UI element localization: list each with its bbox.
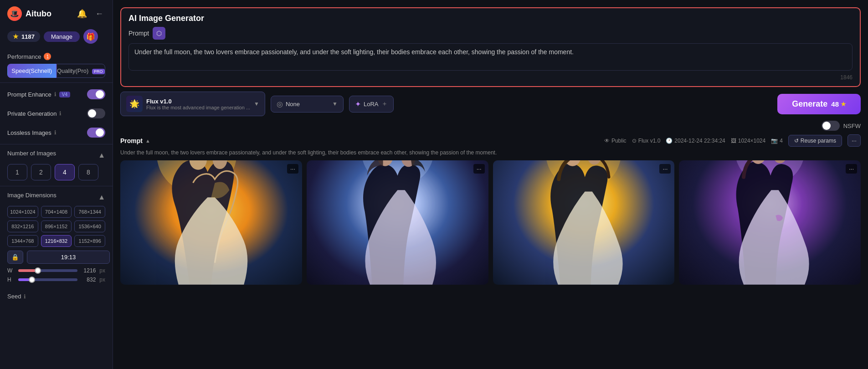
generated-image-4[interactable]: ··· (679, 160, 861, 285)
result-meta: 👁 Public ⊙ Flux v1.0 🕐 2024-12-24 22:34:… (604, 134, 861, 147)
notification-button[interactable]: 🔔 (75, 7, 89, 20)
nsfw-toggle[interactable] (822, 121, 840, 131)
dim-768x1344[interactable]: 768×1344 (74, 206, 105, 218)
num-4-button[interactable]: 4 (55, 164, 75, 180)
generated-image-2[interactable]: ··· (307, 160, 488, 285)
lossless-images-label: Lossless Images ℹ (7, 129, 56, 136)
img-dimensions-label: Image Dimensions (7, 192, 56, 199)
image-icon: 🖼 (731, 138, 736, 144)
char-count: 1846 (128, 74, 853, 81)
prompt-enhance-row: Prompt Enhance ℹ V4 (0, 85, 113, 104)
reuse-icon: ↺ (794, 138, 799, 144)
image-2-more[interactable]: ··· (473, 164, 485, 174)
model-thumbnail: 🌟 (126, 96, 143, 112)
header-icons: 🔔 ← (75, 7, 105, 20)
width-slider[interactable] (18, 269, 77, 272)
prompt-section: AI Image Generator Prompt ⬡ Under the fu… (120, 7, 861, 87)
width-px: px (99, 267, 105, 274)
nsfw-row: NSFW (120, 121, 861, 131)
manage-button[interactable]: Manage (44, 31, 80, 42)
sparkle-icon: ✦ (355, 100, 361, 108)
star-icon: ★ (13, 33, 19, 40)
count-meta: 📷 4 (771, 138, 783, 144)
generated-image-3[interactable]: ··· (493, 160, 675, 285)
main-content: AI Image Generator Prompt ⬡ Under the fu… (113, 0, 868, 369)
dim-896x1152[interactable]: 896×1152 (41, 220, 72, 232)
performance-buttons: Speed(Schnell) Quality(Pro) PRO (7, 64, 105, 78)
sidebar: 🎩 Aitubo 🔔 ← ★ 1187 Manage 🎁 Performance… (0, 0, 113, 369)
num-1-button[interactable]: 1 (7, 164, 27, 180)
num-8-button[interactable]: 8 (78, 164, 98, 180)
height-slider[interactable] (18, 278, 77, 281)
prompt-title-row: AI Image Generator (128, 14, 853, 23)
generated-image-1[interactable]: ··· (120, 160, 302, 285)
dim-1344x768[interactable]: 1344×768 (7, 235, 38, 247)
plus-icon: ＋ (381, 100, 388, 108)
model-chevron-icon: ▼ (254, 101, 259, 107)
height-px: px (99, 277, 105, 283)
model-info: Flux v1.0 Flux is the most advanced imag… (146, 98, 250, 110)
result-header: Prompt ▲ 👁 Public ⊙ Flux v1.0 🕐 2024-12-… (120, 134, 861, 147)
image-1-more[interactable]: ··· (287, 164, 298, 174)
model-meta: ⊙ Flux v1.0 (632, 138, 661, 144)
model-select[interactable]: 🌟 Flux v1.0 Flux is the most advanced im… (120, 92, 265, 116)
cost-star-icon: ★ (841, 101, 846, 108)
gift-button[interactable]: 🎁 (83, 29, 98, 44)
private-generation-toggle[interactable] (87, 108, 105, 118)
seed-row: Seed ℹ (0, 289, 113, 303)
lock-button[interactable]: 🔒 (7, 251, 23, 264)
prompt-enhance-info-icon: ℹ (54, 91, 56, 97)
model-row: 🌟 Flux v1.0 Flux is the most advanced im… (113, 92, 868, 121)
lossless-toggle[interactable] (87, 128, 105, 138)
output-area: NSFW Prompt ▲ 👁 Public ⊙ Flux v1.0 🕐 202… (113, 121, 868, 369)
speed-button[interactable]: Speed(Schnell) (7, 64, 56, 78)
images-grid: ··· ··· (120, 160, 861, 285)
model-meta-icon: ⊙ (632, 138, 637, 144)
result-prompt-label: Prompt ▲ (120, 137, 150, 144)
none-select[interactable]: ◎ None ▼ (271, 96, 344, 113)
back-button[interactable]: ← (93, 7, 105, 20)
dim-704x1408[interactable]: 704×1408 (41, 206, 72, 218)
generate-button[interactable]: Generate 48 ★ (777, 94, 861, 114)
generate-label: Generate (792, 99, 827, 109)
nsfw-label: NSFW (843, 123, 861, 129)
lora-label: LoRA (364, 101, 379, 108)
v4-badge: V4 (59, 92, 70, 97)
dim-1024x1024[interactable]: 1024×1024 (7, 206, 38, 218)
img-dimensions-section: Image Dimensions ▲ 1024×1024 704×1408 76… (0, 188, 113, 289)
lossless-images-row: Lossless Images ℹ (0, 123, 113, 142)
private-generation-label: Private Generation ℹ (7, 110, 62, 117)
dimension-grid: 1024×1024 704×1408 768×1344 832×1216 896… (7, 206, 105, 247)
chevron-up-icon-2: ▲ (98, 193, 105, 201)
image-4-more[interactable]: ··· (846, 164, 857, 174)
credits-badge: ★ 1187 (7, 31, 40, 42)
seed-label: Seed (7, 293, 21, 300)
aspect-ratio-input[interactable] (27, 251, 110, 264)
prompt-textarea[interactable]: Under the full moon, the two lovers embr… (128, 43, 853, 71)
model-name: Flux v1.0 (146, 98, 250, 105)
dim-1216x832[interactable]: 1216×832 (41, 235, 72, 247)
height-value: 832 (81, 277, 96, 283)
more-options-button[interactable]: ··· (847, 134, 861, 147)
prompt-enhance-toggle[interactable] (87, 89, 105, 99)
width-slider-row: W 1216 px (7, 267, 105, 274)
lossless-info-icon: ℹ (54, 129, 56, 136)
credits-value: 1187 (21, 33, 35, 40)
prompt-enhance-label: Prompt Enhance ℹ V4 (7, 91, 70, 98)
seed-info-icon: ℹ (24, 293, 26, 300)
num-2-button[interactable]: 2 (31, 164, 51, 180)
size-meta: 🖼 1024×1024 (731, 138, 765, 144)
quality-button[interactable]: Quality(Pro) PRO (56, 64, 106, 78)
num-images-section: Number of Images ▲ 1 2 4 8 (0, 146, 113, 184)
chevron-up-icon-3: ▲ (145, 138, 150, 144)
logo-icon: 🎩 (7, 6, 22, 21)
dim-1152x896[interactable]: 1152×896 (74, 235, 105, 247)
dim-1536x640[interactable]: 1536×640 (74, 220, 105, 232)
chevron-up-icon: ▲ (98, 151, 105, 159)
performance-label: Performance 1 (7, 53, 105, 60)
lora-button[interactable]: ✦ LoRA ＋ (349, 96, 394, 113)
dim-832x1216[interactable]: 832×1216 (7, 220, 38, 232)
image-3-more[interactable]: ··· (659, 164, 671, 174)
none-chevron-icon: ▼ (332, 101, 338, 107)
reuse-params-button[interactable]: ↺ Reuse params (788, 135, 842, 147)
